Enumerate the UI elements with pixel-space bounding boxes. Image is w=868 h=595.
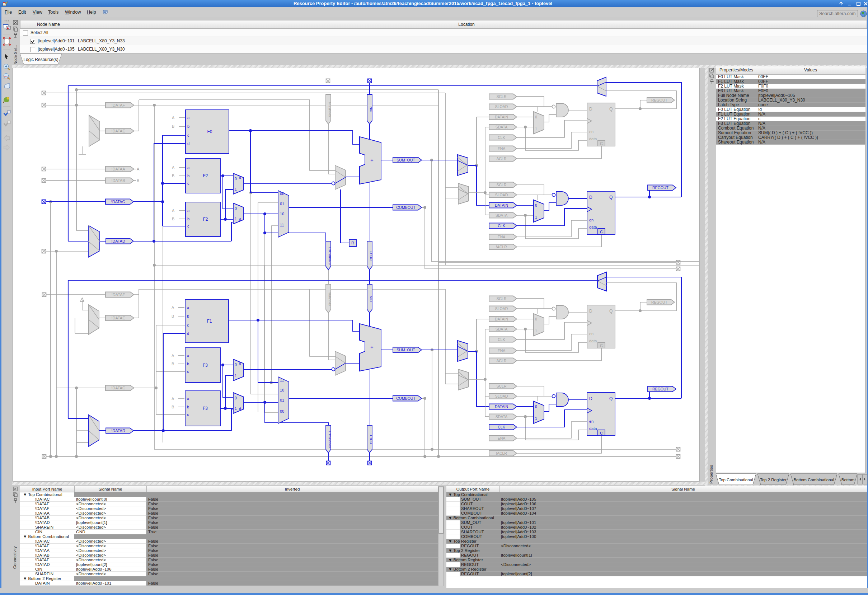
svg-text:F3: F3 xyxy=(203,363,208,368)
svg-text:COMBOUT: COMBOUT xyxy=(396,205,416,210)
svg-text:Bottom Combinational: Bottom Combinational xyxy=(793,478,834,482)
svg-text:C: C xyxy=(600,142,603,146)
svg-text:c: c xyxy=(187,323,189,327)
svg-text:10: 10 xyxy=(280,212,284,216)
svg-text:en: en xyxy=(589,419,593,424)
svg-text:en: en xyxy=(589,218,593,222)
svg-text:c: c xyxy=(187,224,189,228)
svg-text:0: 0 xyxy=(535,203,537,207)
svg-text:COUT: COUT xyxy=(369,434,373,444)
svg-text:Top Combinational: Top Combinational xyxy=(719,478,753,482)
svg-text:0: 0 xyxy=(535,317,537,321)
svg-text:ENA: ENA xyxy=(498,436,506,440)
svg-text:a: a xyxy=(187,165,190,170)
svg-text:A: A xyxy=(172,208,175,213)
svg-text:B: B xyxy=(137,179,139,183)
svg-text:B: B xyxy=(172,124,174,128)
svg-text:1: 1 xyxy=(235,217,237,221)
svg-text:a: a xyxy=(187,397,189,401)
svg-text:1: 1 xyxy=(235,374,237,378)
svg-text:B: B xyxy=(171,405,174,409)
svg-text:d: d xyxy=(239,407,241,411)
svg-text:1: 1 xyxy=(235,187,237,191)
svg-text:d: d xyxy=(187,331,189,335)
svg-text:0: 0 xyxy=(535,115,537,119)
svg-text:!DATAC: !DATAC xyxy=(111,386,125,390)
svg-text:en: en xyxy=(589,130,593,134)
svg-text:C: C xyxy=(600,431,603,435)
svg-text:+: + xyxy=(370,344,373,350)
svg-text:en: en xyxy=(589,332,593,336)
svg-text:ACLR: ACLR xyxy=(496,157,506,161)
svg-text:0: 0 xyxy=(235,362,237,367)
svg-text:0: 0 xyxy=(235,396,237,400)
svg-text:b: b xyxy=(187,405,189,409)
svg-text:a: a xyxy=(187,306,189,310)
svg-text:SDATA: SDATA xyxy=(496,213,507,217)
svg-text:c: c xyxy=(187,133,189,137)
svg-text:ACLR: ACLR xyxy=(496,359,506,363)
svg-text:!DATAF: !DATAF xyxy=(112,103,125,107)
svg-text:00: 00 xyxy=(280,192,284,196)
svg-text:A: A xyxy=(171,397,174,401)
svg-text:1: 1 xyxy=(235,406,237,410)
svg-text:Q: Q xyxy=(609,106,613,112)
svg-text:d: d xyxy=(187,142,189,146)
svg-text:10: 10 xyxy=(280,388,284,392)
svg-text:C: C xyxy=(600,343,603,348)
svg-text:SDATA: SDATA xyxy=(496,125,507,129)
svg-text:SLOAD: SLOAD xyxy=(495,193,508,197)
svg-text:COUT: COUT xyxy=(369,251,373,261)
svg-text:SLOAD: SLOAD xyxy=(495,394,508,398)
svg-text:d: d xyxy=(239,175,241,179)
svg-text:REGOUT: REGOUT xyxy=(652,186,669,190)
svg-text:R: R xyxy=(351,241,354,245)
svg-text:REGOUT: REGOUT xyxy=(651,300,668,304)
svg-text:B: B xyxy=(171,362,174,366)
svg-text:CIN: CIN xyxy=(369,296,373,302)
svg-text:a: a xyxy=(187,115,190,120)
svg-text:SHAREOUT: SHAREOUT xyxy=(328,431,332,447)
svg-text:data: data xyxy=(589,426,597,431)
svg-text:D: D xyxy=(589,396,592,401)
svg-text:F2: F2 xyxy=(203,217,208,222)
svg-text:!DATAD: !DATAD xyxy=(111,239,125,243)
svg-text:0: 0 xyxy=(235,206,237,211)
svg-text:DATAIN: DATAIN xyxy=(495,405,508,409)
svg-text:SLOAD: SLOAD xyxy=(495,307,508,311)
svg-text:REGOUT: REGOUT xyxy=(651,98,668,102)
svg-text:!DATAE: !DATAE xyxy=(111,129,125,133)
svg-text:!DATAE: !DATAE xyxy=(111,316,125,320)
svg-text:SCLR: SCLR xyxy=(496,94,506,99)
svg-text:d: d xyxy=(239,217,241,221)
svg-text:11: 11 xyxy=(280,378,284,382)
svg-text:data: data xyxy=(589,339,597,343)
svg-text:A: A xyxy=(172,165,175,170)
svg-text:DATAIN: DATAIN xyxy=(495,203,508,207)
svg-text:ENA: ENA xyxy=(498,146,506,151)
svg-text:!DATAB: !DATAB xyxy=(111,179,125,183)
svg-text:DATAIN: DATAIN xyxy=(495,317,508,321)
svg-text:Top 2 Register: Top 2 Register xyxy=(760,478,787,482)
svg-text:d: d xyxy=(239,361,241,365)
svg-text:ENA: ENA xyxy=(498,348,506,353)
svg-text:F3: F3 xyxy=(203,406,208,411)
svg-text:b: b xyxy=(187,314,189,318)
svg-text:ENA: ENA xyxy=(498,235,506,239)
svg-text:Q: Q xyxy=(609,195,613,200)
svg-text:1: 1 xyxy=(535,329,537,333)
svg-text:a: a xyxy=(187,353,189,358)
svg-text:Bottom: Bottom xyxy=(841,478,854,482)
svg-text:b: b xyxy=(187,217,189,221)
svg-text:b: b xyxy=(187,362,189,366)
svg-text:Logic Resource(s): Logic Resource(s) xyxy=(23,57,58,62)
svg-text:+: + xyxy=(370,157,373,163)
svg-text:C: C xyxy=(600,230,603,234)
svg-text:!DATAF: !DATAF xyxy=(112,292,125,297)
svg-text:SDATA: SDATA xyxy=(496,415,507,419)
svg-text:Q: Q xyxy=(609,309,613,314)
svg-text:D: D xyxy=(589,195,592,200)
svg-text:CLK: CLK xyxy=(498,337,505,342)
svg-text:11: 11 xyxy=(280,223,284,227)
svg-text:SCLR: SCLR xyxy=(496,297,506,301)
